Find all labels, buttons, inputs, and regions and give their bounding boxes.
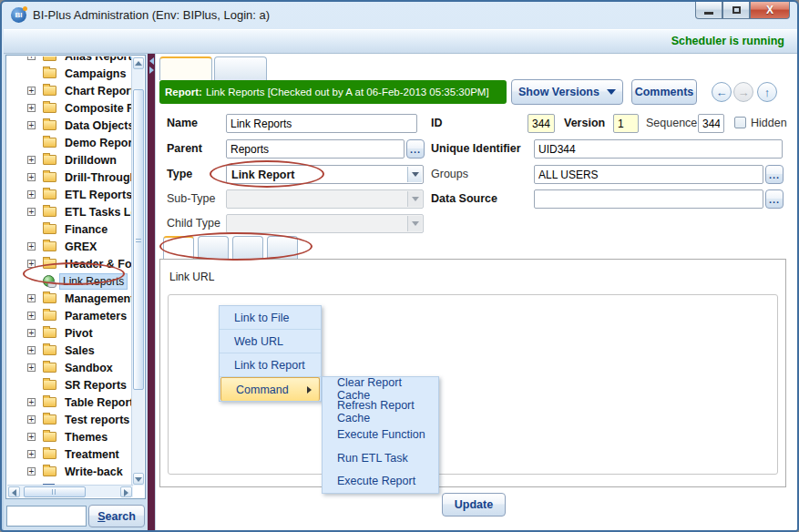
dropdown-arrow-icon[interactable] [407,167,422,182]
tree-item[interactable]: Finance [7,220,133,238]
update-button[interactable]: Update [442,493,506,517]
parent-field[interactable] [226,139,405,159]
groups-field[interactable] [534,165,763,184]
expand-toggle-icon[interactable] [27,329,36,337]
tree-item[interactable]: Alias Report [7,56,133,65]
panel-splitter[interactable] [148,54,155,532]
tree-horizontal-scrollbar[interactable] [7,485,133,497]
expand-toggle-icon[interactable] [27,467,36,476]
tree-item[interactable]: Sales [7,342,133,359]
tree-item[interactable]: Campaigns [7,65,133,82]
command-submenu: Clear Report Cache Refresh Report Cache … [322,376,439,494]
tree-item[interactable]: Drilldown [7,151,133,169]
nav-up-button[interactable]: ↑ [757,82,777,102]
submenu-item[interactable]: Execute Function [323,424,438,446]
show-versions-button[interactable]: Show Versions [511,79,623,105]
maximize-button[interactable] [722,2,750,19]
tree-item[interactable]: Treatment [7,445,133,463]
properties-tab[interactable] [232,236,263,260]
tree-item[interactable]: Drill-Through [7,169,133,186]
properties-tab[interactable] [267,236,298,260]
editor-viewer-tab[interactable] [214,56,267,80]
nav-forward-button[interactable]: → [733,82,753,102]
groups-browse-button[interactable]: ... [765,165,784,184]
scroll-up-icon[interactable] [133,57,144,69]
tree-item[interactable]: Pivot [7,324,133,342]
tree-item[interactable]: Header & Foot [7,255,133,272]
scrollbar-thumb[interactable] [24,486,86,497]
datasource-field[interactable] [534,189,763,209]
name-field[interactable] [226,114,417,133]
datasource-browse-button[interactable]: ... [765,189,784,209]
submenu-item[interactable]: Clear Report Cache [323,377,438,400]
tree-item[interactable]: Themes [7,428,133,445]
tree-item[interactable]: Sandbox [7,359,133,376]
expand-toggle-icon[interactable] [27,104,36,112]
tree-item[interactable]: Data Objects [7,117,133,134]
tree-item[interactable]: SR Reports [7,376,133,394]
submenu-arrow-icon [307,386,312,394]
properties-tab[interactable] [198,236,229,260]
expand-toggle-icon[interactable] [27,450,36,458]
tree-item[interactable]: Table Report [7,394,133,411]
expand-toggle-icon[interactable] [27,156,36,164]
uid-field[interactable] [534,139,783,159]
submenu-item[interactable]: Execute Report [323,470,438,493]
expand-toggle-icon[interactable] [27,346,36,354]
parent-browse-button[interactable]: ... [406,139,425,159]
tree-item[interactable]: Composite Re [7,99,133,117]
tree-item[interactable]: Test reports [7,411,133,428]
expand-toggle-icon[interactable] [27,398,36,406]
expand-toggle-icon[interactable] [27,312,36,320]
close-button[interactable]: X [750,2,790,19]
context-menu-item[interactable]: Command [220,377,320,401]
expand-toggle-icon[interactable] [27,433,36,441]
expand-toggle-icon[interactable] [27,415,36,424]
minimize-button[interactable] [695,2,722,19]
scrollbar-thumb[interactable] [133,89,144,390]
tree-item[interactable]: Write-back [7,463,133,480]
tree-item[interactable]: ETL Reports [7,186,133,203]
expand-toggle-icon[interactable] [27,121,36,129]
report-tree: Alias Report Campaigns Chart Report Comp… [5,55,146,499]
scroll-right-icon[interactable] [120,486,132,497]
sequence-field[interactable] [698,114,724,133]
submenu-item[interactable]: Run ETL Task [323,446,438,469]
context-menu-item[interactable]: Web URL [220,330,321,353]
expand-toggle-icon[interactable] [27,294,36,302]
tree-item[interactable]: GREX [7,238,133,255]
expand-toggle-icon[interactable] [27,87,36,95]
context-menu-item[interactable]: Link to Report [220,353,321,377]
tree-item[interactable]: Link Reports [7,272,133,290]
expand-toggle-icon[interactable] [27,173,36,181]
scroll-left-icon[interactable] [8,486,20,497]
checkout-banner: Report: Link Reports [Checked out by A a… [159,80,507,104]
tree-item[interactable]: ETL Tasks Loa [7,203,133,220]
expand-toggle-icon[interactable] [27,363,36,372]
expand-toggle-icon[interactable] [27,260,36,268]
tree-item[interactable]: Management [7,290,133,307]
expand-toggle-icon[interactable] [27,56,36,60]
tree-item[interactable]: Chart Report [7,82,133,99]
node-icon [43,466,56,476]
expand-toggle-icon[interactable] [27,242,36,251]
nav-back-button[interactable]: ← [712,82,732,102]
submenu-item[interactable]: Refresh Report Cache [323,400,438,423]
search-button[interactable]: Search [88,505,145,527]
context-menu-item[interactable]: Link to File [220,306,321,330]
tree-item[interactable]: Demo Reports [7,134,133,151]
collapse-right-icon[interactable] [149,66,154,74]
tree-item[interactable]: Parameters [7,307,133,324]
editor-viewer-tab[interactable] [159,56,212,80]
collapse-left-icon[interactable] [149,57,154,65]
search-input[interactable] [6,506,87,527]
scroll-down-icon[interactable] [133,473,144,485]
expand-toggle-icon[interactable] [27,190,36,199]
expand-toggle-icon[interactable] [27,208,36,216]
tree-vertical-scrollbar[interactable] [131,56,144,486]
tree-item-label: ETL Reports [62,188,133,202]
hidden-checkbox[interactable] [734,117,746,128]
comments-button[interactable]: Comments [631,79,697,105]
type-dropdown[interactable]: Link Report [226,165,424,184]
properties-tab[interactable] [163,236,194,260]
